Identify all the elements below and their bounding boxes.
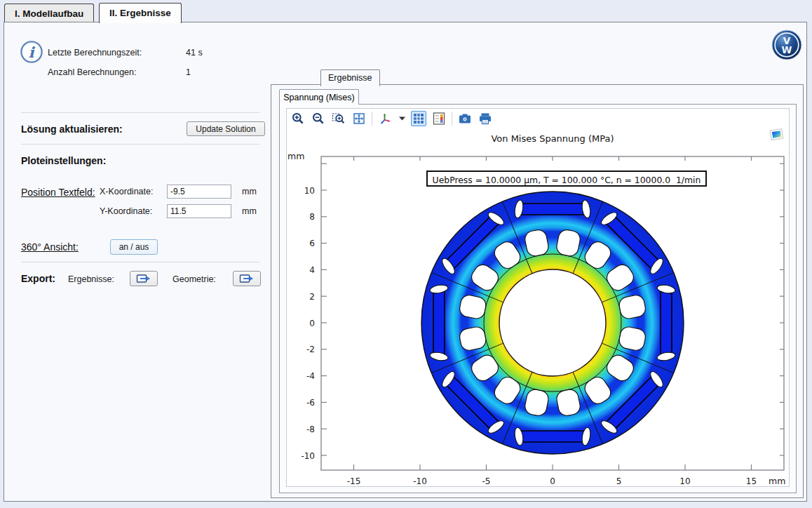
zoom-out-icon[interactable] <box>311 111 326 126</box>
export-heading: Export: <box>21 273 55 284</box>
export-geometry-label: Geometrie: <box>172 274 216 284</box>
y-tick-label: -4 <box>306 371 315 381</box>
plot-toolbar <box>290 110 493 127</box>
export-geometry-button[interactable] <box>233 271 261 286</box>
last-computation-label: Letzte Berechnungszeit: <box>48 48 142 58</box>
print-icon[interactable] <box>478 111 493 126</box>
x-coordinate-label: X-Koordinate: <box>100 187 153 196</box>
subtab-spannung-mises[interactable]: Spannung (Mises) <box>279 89 359 105</box>
plot-annotation: UebPress = 10.0000 µm, T = 100.000 °C, n… <box>426 171 707 187</box>
y-tick-label: 0 <box>309 319 315 328</box>
x-tick-label: 15 <box>746 476 757 486</box>
tab-modellaufbau[interactable]: I. Modellaufbau <box>4 4 94 22</box>
plot-snapshot-icon[interactable] <box>769 127 785 145</box>
export-results-button[interactable] <box>130 271 158 286</box>
update-solution-heading: Lösung aktualisieren: <box>21 123 123 135</box>
y-tick-label: -10 <box>301 451 315 461</box>
svg-text:W: W <box>782 44 792 55</box>
y-tick-label: -2 <box>306 345 315 354</box>
x-tick-label: -10 <box>413 476 427 486</box>
y-tick-label: 6 <box>309 239 315 248</box>
y-tick-label: 2 <box>309 292 315 302</box>
plot-canvas[interactable]: -15-10-5051015-10-8-6-4-20246810 <box>286 108 790 487</box>
computation-count-label: Anzahl Berechnungen: <box>48 67 136 77</box>
x-tick-label: -5 <box>482 476 491 486</box>
y-tick-label: -8 <box>306 425 315 434</box>
rotor-stress-plot <box>421 192 684 454</box>
plot-settings-heading: Ploteinstellungen: <box>21 155 106 166</box>
axes-dropdown-caret-icon[interactable] <box>398 111 406 126</box>
view-360-toggle-button[interactable]: an / aus <box>110 239 158 255</box>
viewer-tab-ergebnisse[interactable]: Ergebnisse <box>320 69 380 86</box>
camera-icon[interactable] <box>457 111 473 126</box>
axes-orientation-icon[interactable] <box>377 111 393 126</box>
x-tick-label: 5 <box>616 476 622 486</box>
export-icon <box>239 274 255 283</box>
x-tick-label: -15 <box>347 476 361 486</box>
position-textfield-label: Position Textfeld: <box>21 187 95 198</box>
y-tick-label: 4 <box>309 265 315 275</box>
x-tick-label: 10 <box>679 476 690 486</box>
info-icon: i <box>19 39 44 67</box>
app-window: I. Modellaufbau II. Ergebnisse i Letzte … <box>0 0 812 508</box>
y-tick-label: -6 <box>306 398 315 408</box>
x-tick-label: 0 <box>550 476 555 486</box>
y-coordinate-label: Y-Koordinate: <box>100 206 152 216</box>
y-unit-label: mm <box>242 206 257 216</box>
grid-icon[interactable] <box>411 111 426 126</box>
update-solution-button[interactable]: Update Solution <box>187 121 265 136</box>
divider <box>21 112 259 113</box>
toolbar-separator <box>372 112 372 126</box>
divider <box>21 144 259 145</box>
toolbar-separator <box>452 112 452 126</box>
zoom-in-icon[interactable] <box>290 111 306 126</box>
zoom-extents-icon[interactable] <box>351 111 367 126</box>
vw-logo: V W <box>771 29 802 63</box>
y-tick-label: 8 <box>309 212 315 222</box>
divider <box>21 262 259 262</box>
export-results-label: Ergebnisse: <box>68 274 114 284</box>
last-computation-value: 41 s <box>186 48 203 58</box>
color-legend-icon[interactable] <box>431 111 447 126</box>
x-coordinate-input[interactable] <box>167 185 231 199</box>
export-icon <box>136 274 151 283</box>
y-coordinate-input[interactable] <box>167 204 231 218</box>
y-tick-label: 10 <box>304 186 315 196</box>
x-unit-label: mm <box>242 187 257 196</box>
zoom-box-icon[interactable] <box>331 111 346 126</box>
computation-count-value: 1 <box>186 67 191 77</box>
view-360-label: 360° Ansicht: <box>21 241 79 253</box>
tab-ergebnisse[interactable]: II. Ergebnisse <box>99 3 182 23</box>
